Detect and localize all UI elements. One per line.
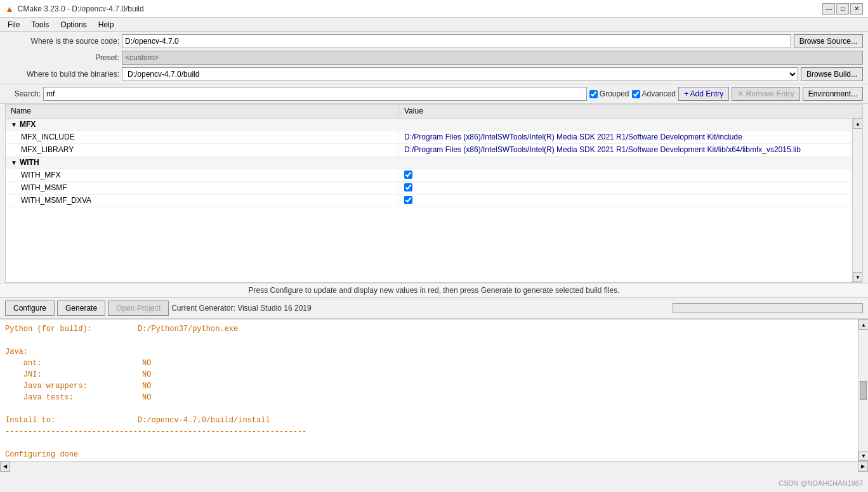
scroll-down-arrow[interactable]: ▼ xyxy=(853,272,862,282)
table-row[interactable]: MFX_INCLUDE D:/Program Files (x86)/Intel… xyxy=(6,131,852,144)
output-scrollbar[interactable]: ▲ ▼ xyxy=(858,320,868,461)
menu-help[interactable]: Help xyxy=(93,19,119,30)
open-project-button[interactable]: Open Project xyxy=(108,301,169,316)
add-entry-button[interactable]: + Add Entry xyxy=(678,87,729,101)
table-body: ▼MFX MFX_INCLUDE D:/Program Files (x86)/… xyxy=(6,119,852,282)
close-button[interactable]: ✕ xyxy=(850,3,863,15)
value-column-header: Value xyxy=(399,105,862,118)
menu-options[interactable]: Options xyxy=(55,19,91,30)
output-area[interactable]: Python (for build): D:/Python37/python.e… xyxy=(0,320,858,461)
environment-button[interactable]: Environment... xyxy=(803,87,863,101)
grouped-checkbox[interactable] xyxy=(589,90,598,98)
generator-text: Current Generator: Visual Studio 16 2019 xyxy=(171,304,670,313)
table-row[interactable]: ▼WITH xyxy=(6,157,852,169)
expand-icon: ▼ xyxy=(11,121,17,128)
build-input[interactable]: D:/opencv-4.7.0/build xyxy=(122,67,798,81)
output-line: Java wrappers: NO xyxy=(5,380,853,392)
row-value-with-msmf xyxy=(399,182,852,194)
table-row[interactable]: MFX_LIBRARY D:/Program Files (x86)/Intel… xyxy=(6,144,852,157)
table-row[interactable]: WITH_MSMF xyxy=(6,182,852,195)
bottom-toolbar: Configure Generate Open Project Current … xyxy=(0,297,868,319)
horiz-scroll-left[interactable]: ◀ xyxy=(0,462,10,472)
output-line: ----------------------------------------… xyxy=(5,426,853,437)
output-scroll-down[interactable]: ▼ xyxy=(858,451,868,461)
remove-entry-button[interactable]: ✕ Remove Entry xyxy=(732,87,799,101)
build-label: Where to build the binaries: xyxy=(5,70,119,79)
table-header: Name Value xyxy=(6,105,862,119)
browse-build-button[interactable]: Browse Build... xyxy=(801,67,863,81)
source-label: Where is the source code: xyxy=(5,37,119,46)
row-name-mfx-include: MFX_INCLUDE xyxy=(6,131,399,143)
menu-file[interactable]: File xyxy=(3,19,25,30)
status-bar: Press Configure to update and display ne… xyxy=(0,283,868,297)
source-input[interactable] xyxy=(122,34,791,48)
row-name-with-msmf-dxva: WITH_MSMF_DXVA xyxy=(6,195,399,207)
name-column-header: Name xyxy=(6,105,399,118)
window-title: CMake 3.23.0 - D:/opencv-4.7.0/build xyxy=(18,4,144,13)
menu-tools[interactable]: Tools xyxy=(26,19,54,30)
table-row[interactable]: WITH_MFX xyxy=(6,169,852,182)
configure-button[interactable]: Configure xyxy=(5,301,55,316)
output-line: Java tests: NO xyxy=(5,392,853,403)
row-name-mfx-library: MFX_LIBRARY xyxy=(6,144,399,156)
group-name-mfx: ▼MFX xyxy=(6,119,399,131)
expand-icon: ▼ xyxy=(11,159,17,166)
advanced-checkbox-label[interactable]: Advanced xyxy=(632,89,676,98)
minimize-button[interactable]: — xyxy=(822,3,835,15)
watermark: CSDN @NOAHCHAN1987 xyxy=(779,479,863,487)
browse-source-button[interactable]: Browse Source... xyxy=(794,34,863,48)
app-icon: ▲ xyxy=(5,4,14,14)
horiz-scroll-right[interactable]: ▶ xyxy=(858,462,868,472)
preset-label: Preset: xyxy=(5,53,119,62)
output-line: Python (for build): D:/Python37/python.e… xyxy=(5,323,853,335)
search-input[interactable] xyxy=(43,87,587,101)
status-message: Press Configure to update and display ne… xyxy=(248,286,619,295)
search-label: Search: xyxy=(5,89,41,98)
table-scrollbar[interactable]: ▲ ▼ xyxy=(852,119,862,282)
with-msmf-dxva-checkbox[interactable] xyxy=(404,196,412,204)
output-line: Configuring done xyxy=(5,449,853,460)
menu-bar: File Tools Options Help xyxy=(0,18,868,32)
output-line: JNI: NO xyxy=(5,369,853,380)
horiz-scroll-track[interactable] xyxy=(10,462,858,471)
group-value-with xyxy=(399,157,852,169)
generate-button[interactable]: Generate xyxy=(57,301,105,316)
toolbar: Where is the source code: Browse Source.… xyxy=(0,32,868,84)
output-line xyxy=(5,403,853,415)
progress-bar xyxy=(673,303,863,313)
grouped-checkbox-label[interactable]: Grouped xyxy=(589,89,629,98)
output-line: ant: NO xyxy=(5,358,853,369)
output-line: Java: xyxy=(5,346,853,358)
output-scroll-up[interactable]: ▲ xyxy=(858,320,868,330)
with-msmf-checkbox[interactable] xyxy=(404,183,412,191)
group-name-with: ▼WITH xyxy=(6,157,399,169)
row-name-with-mfx: WITH_MFX xyxy=(6,169,399,181)
group-value-mfx xyxy=(399,119,852,131)
preset-input xyxy=(122,51,863,65)
row-value-mfx-include: D:/Program Files (x86)/IntelSWTools/Inte… xyxy=(399,131,852,143)
output-section: Python (for build): D:/Python37/python.e… xyxy=(0,319,868,471)
title-bar: ▲ CMake 3.23.0 - D:/opencv-4.7.0/build —… xyxy=(0,0,868,18)
search-bar: Search: Grouped Advanced + Add Entry ✕ R… xyxy=(0,84,868,104)
table-row[interactable]: WITH_MSMF_DXVA xyxy=(6,195,852,207)
with-mfx-checkbox[interactable] xyxy=(404,171,412,179)
row-name-with-msmf: WITH_MSMF xyxy=(6,182,399,194)
table-row[interactable]: ▼MFX xyxy=(6,119,852,131)
horizontal-scrollbar[interactable]: ◀ ▶ xyxy=(0,461,868,471)
scroll-up-arrow[interactable]: ▲ xyxy=(853,119,862,129)
output-line xyxy=(5,335,853,346)
row-value-with-mfx xyxy=(399,169,852,181)
row-value-mfx-library: D:/Program Files (x86)/IntelSWTools/Inte… xyxy=(399,144,852,156)
output-line xyxy=(5,437,853,449)
row-value-with-msmf-dxva xyxy=(399,195,852,207)
scroll-thumb[interactable] xyxy=(860,381,867,400)
advanced-checkbox[interactable] xyxy=(632,90,640,98)
output-line: Install to: D:/opencv-4.7.0/build/instal… xyxy=(5,415,853,426)
maximize-button[interactable]: □ xyxy=(836,3,849,15)
